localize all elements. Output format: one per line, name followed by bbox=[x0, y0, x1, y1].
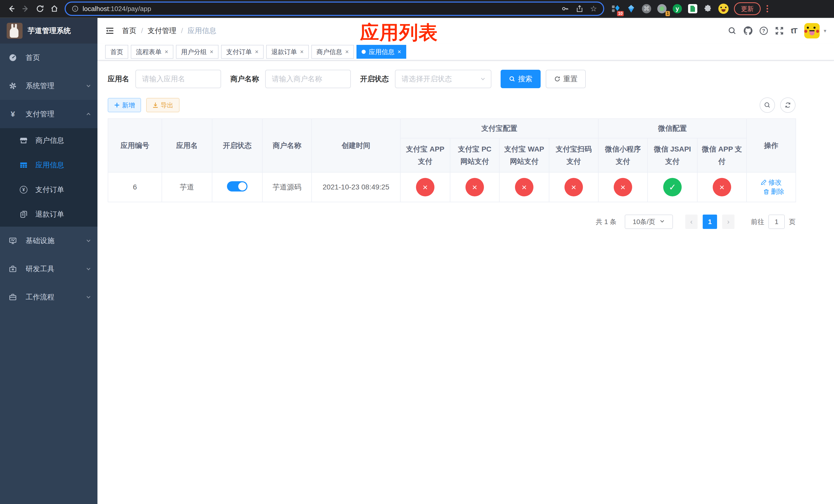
reset-button[interactable]: 重置 bbox=[546, 70, 586, 88]
top-navbar: 首页 / 支付管理 / 应用信息 ? bbox=[97, 18, 834, 44]
sidebar-item-dev-tools[interactable]: 研发工具 bbox=[0, 255, 97, 283]
close-icon[interactable]: × bbox=[397, 48, 401, 55]
next-page-button[interactable]: › bbox=[722, 214, 734, 229]
app-name-input[interactable] bbox=[135, 70, 221, 88]
extension-session-icon[interactable]: 1 bbox=[656, 2, 668, 15]
export-button[interactable]: 导出 bbox=[146, 98, 179, 112]
status-toggle[interactable] bbox=[227, 181, 247, 191]
col-status: 开启状态 bbox=[212, 119, 262, 172]
merchant-name-input[interactable] bbox=[265, 70, 351, 88]
close-icon[interactable]: × bbox=[164, 48, 168, 55]
pagination: 共 1 条 10条/页 ‹ 1 › 前往 页 bbox=[108, 214, 795, 229]
tab-merchant-info[interactable]: 商户信息× bbox=[311, 45, 354, 59]
status-icon-wx-app: × bbox=[713, 178, 731, 197]
delete-link[interactable]: 删除 bbox=[763, 187, 784, 196]
extension-blue-diamond-icon[interactable]: 10 bbox=[609, 2, 622, 15]
tab-home[interactable]: 首页 bbox=[105, 45, 128, 59]
chevron-down-icon bbox=[659, 218, 665, 226]
avatar-caret-icon[interactable]: ▾ bbox=[824, 28, 826, 34]
status-icon-wx-jsapi: ✓ bbox=[663, 178, 682, 197]
sidebar-item-home[interactable]: 首页 bbox=[0, 44, 97, 72]
sidebar-item-refund-order[interactable]: 退款订单 bbox=[0, 202, 97, 227]
sidebar-logo[interactable]: 芋道管理系统 bbox=[0, 18, 97, 44]
browser-menu-button[interactable] bbox=[764, 5, 771, 12]
chevron-down-icon bbox=[86, 238, 91, 244]
show-search-button[interactable] bbox=[760, 97, 775, 113]
update-label: 更新 bbox=[741, 5, 754, 13]
page-1-button[interactable]: 1 bbox=[703, 214, 717, 229]
close-icon[interactable]: × bbox=[300, 48, 304, 55]
tab-app-info[interactable]: 应用信息× bbox=[356, 45, 406, 59]
breadcrumb-home[interactable]: 首页 bbox=[122, 26, 136, 36]
refresh-table-button[interactable] bbox=[780, 97, 795, 113]
close-icon[interactable]: × bbox=[255, 48, 259, 55]
prev-page-button[interactable]: ‹ bbox=[685, 214, 698, 229]
briefcase-icon bbox=[9, 293, 17, 301]
tab-user-group[interactable]: 用户分组× bbox=[176, 45, 219, 59]
sidebar-item-system[interactable]: 系统管理 bbox=[0, 72, 97, 100]
goto-page-input[interactable] bbox=[768, 214, 785, 229]
page-size-select[interactable]: 10条/页 bbox=[625, 214, 673, 229]
browser-back-button[interactable] bbox=[4, 2, 19, 16]
add-button[interactable]: 新增 bbox=[108, 98, 141, 112]
monitor-chart-icon bbox=[9, 237, 17, 245]
header-search-icon[interactable] bbox=[728, 26, 737, 35]
sidebar-item-app-info[interactable]: 应用信息 bbox=[0, 153, 97, 177]
sidebar-item-label: 退款订单 bbox=[36, 209, 64, 219]
browser-home-button[interactable] bbox=[47, 2, 62, 16]
extensions-puzzle-icon[interactable] bbox=[702, 2, 715, 15]
extension-command-icon[interactable]: ⌘ bbox=[640, 2, 653, 15]
sidebar-item-pay-order[interactable]: ¥ 支付订单 bbox=[0, 177, 97, 202]
page-unit-label: 页 bbox=[789, 217, 795, 226]
dashboard-icon bbox=[9, 53, 17, 62]
col-alipay-app: 支付宝 APP 支付 bbox=[400, 138, 450, 172]
status-icon-alipay-qr: × bbox=[565, 178, 583, 197]
app-name-label: 应用名 bbox=[108, 74, 129, 84]
tab-pay-order[interactable]: 支付订单× bbox=[221, 45, 264, 59]
status-icon-alipay-app: × bbox=[416, 178, 435, 197]
col-merchant: 商户名称 bbox=[262, 119, 312, 172]
share-icon[interactable] bbox=[576, 5, 584, 13]
refresh-icon bbox=[784, 101, 791, 109]
col-alipay-pc: 支付宝 PC 网站支付 bbox=[450, 138, 499, 172]
edit-link[interactable]: 修改 bbox=[761, 178, 782, 187]
gear-icon bbox=[9, 82, 17, 90]
chrome-update-button[interactable]: 更新 bbox=[734, 2, 761, 15]
extension-y-icon[interactable]: y bbox=[671, 2, 684, 15]
extension-gem-icon[interactable] bbox=[625, 2, 638, 15]
sidebar-item-payment[interactable]: ¥ 支付管理 bbox=[0, 100, 97, 128]
cell-app-name: 芋道 bbox=[162, 172, 212, 202]
extension-doc-icon[interactable] bbox=[686, 2, 699, 15]
tab-refund-order[interactable]: 退款订单× bbox=[266, 45, 309, 59]
sidebar-collapse-icon[interactable] bbox=[105, 26, 114, 36]
browser-reload-button[interactable] bbox=[33, 2, 47, 16]
browser-toolbar: localhost:1024/pay/app ☆ 10 ⌘ 1 bbox=[0, 0, 834, 18]
search-icon bbox=[764, 101, 771, 109]
search-button[interactable]: 搜索 bbox=[501, 70, 541, 88]
github-icon[interactable] bbox=[744, 26, 752, 35]
close-icon[interactable]: × bbox=[210, 48, 213, 55]
merchant-name-label: 商户名称 bbox=[230, 74, 259, 84]
bookmark-star-icon[interactable]: ☆ bbox=[590, 5, 597, 13]
browser-profile-avatar[interactable] bbox=[717, 2, 730, 15]
refresh-icon bbox=[554, 76, 561, 82]
sidebar-item-workflow[interactable]: 工作流程 bbox=[0, 283, 97, 311]
address-bar[interactable]: localhost:1024/pay/app ☆ bbox=[65, 2, 604, 16]
command-glyph: ⌘ bbox=[643, 5, 650, 12]
sidebar-item-infrastructure[interactable]: 基础设施 bbox=[0, 227, 97, 255]
tags-view-bar: 首页 流程表单× 用户分组× 支付订单× 退款订单× 商户信息× 应用信息× bbox=[97, 44, 834, 61]
back-arrow-icon bbox=[7, 5, 15, 13]
user-avatar[interactable] bbox=[804, 23, 820, 39]
help-icon[interactable]: ? bbox=[760, 27, 768, 35]
close-icon[interactable]: × bbox=[345, 48, 349, 55]
breadcrumb-payment[interactable]: 支付管理 bbox=[148, 26, 176, 36]
sidebar-item-merchant-info[interactable]: 商户信息 bbox=[0, 128, 97, 153]
font-size-icon[interactable]: tT bbox=[791, 26, 797, 35]
password-key-icon[interactable] bbox=[562, 5, 569, 13]
extension-badge: 10 bbox=[617, 11, 624, 16]
tab-process-form[interactable]: 流程表单× bbox=[131, 45, 173, 59]
status-select[interactable]: 请选择开启状态 bbox=[395, 70, 491, 88]
fullscreen-icon[interactable] bbox=[775, 26, 784, 35]
browser-forward-button[interactable] bbox=[19, 2, 33, 16]
site-info-icon[interactable] bbox=[72, 5, 79, 12]
